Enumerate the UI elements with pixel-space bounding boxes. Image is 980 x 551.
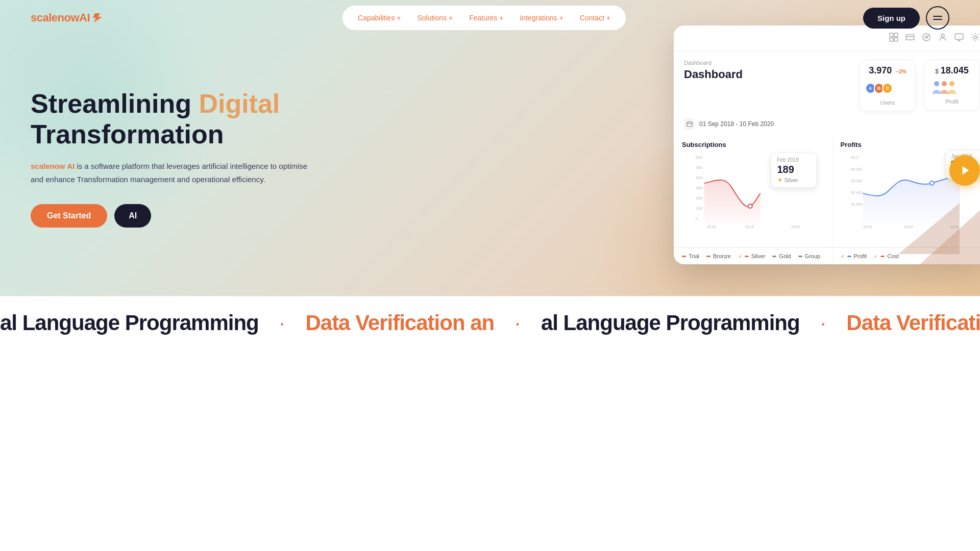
logo-text: scalenowAI xyxy=(31,11,90,24)
nav-right: Sign up xyxy=(863,6,949,30)
legend-group: Group xyxy=(798,253,821,259)
dashboard-breadcrumb: Dashboard xyxy=(684,60,860,66)
dashboard-stats: 3.970 ~2% A B C Users $ xyxy=(860,60,980,111)
profits-title: Profits xyxy=(841,141,981,148)
svg-point-13 xyxy=(934,81,939,86)
profit-stat-card: $ 18.045 xyxy=(924,60,980,110)
svg-rect-2 xyxy=(890,38,893,41)
banner-item-data-2: Data Verification an xyxy=(846,311,980,335)
svg-marker-31 xyxy=(962,166,969,175)
subscriptions-legend: Trial Bronze ✓ Silver Gold xyxy=(674,247,832,264)
hamburger-line xyxy=(933,19,942,20)
svg-text:2018: 2018 xyxy=(707,224,716,229)
hero-description: scalenow AI is a software platform that … xyxy=(31,160,316,186)
dashboard-title: Dashboard xyxy=(684,68,860,81)
triangle-2 xyxy=(898,203,960,254)
banner-dot-3: · xyxy=(820,311,826,335)
nav-solutions[interactable]: Solutions + xyxy=(410,10,460,26)
nav-capabilities[interactable]: Capabilities + xyxy=(351,10,408,26)
banner-dot-1: · xyxy=(279,311,285,335)
svg-point-14 xyxy=(942,81,947,86)
logo-icon xyxy=(91,12,105,23)
hero-section: Streamlining Digital Transformation scal… xyxy=(0,0,980,296)
dashboard-header: Dashboard Dashboard 3.970 ~2% A B xyxy=(674,52,980,115)
banner-inner: al Language Programming · Data Verificat… xyxy=(0,311,980,335)
nav-contact[interactable]: Contact + xyxy=(573,10,618,26)
dashboard-title-area: Dashboard Dashboard xyxy=(684,60,860,81)
subscription-tooltip: Feb 2019 189 ★ Silver xyxy=(771,153,817,188)
svg-text:200: 200 xyxy=(696,196,703,201)
svg-text:400: 400 xyxy=(696,176,703,180)
dashboard-wrapper: Dashboard Dashboard 3.970 ~2% A B xyxy=(674,26,980,264)
menu-button[interactable] xyxy=(926,6,949,30)
nav-features[interactable]: Features + xyxy=(462,10,510,26)
navbar: scalenowAI Capabilities + Solutions + Fe… xyxy=(0,0,980,36)
get-started-button[interactable]: Get Started xyxy=(31,204,107,228)
signup-button[interactable]: Sign up xyxy=(863,8,920,29)
users-stat-badge: ~2% xyxy=(896,69,906,74)
date-range: 01 Sep 2018 - 10 Feb 2020 xyxy=(699,120,774,128)
banner-item-data: Data Verification an xyxy=(305,311,494,335)
nav-integrations[interactable]: Integrations + xyxy=(512,10,570,26)
logo[interactable]: scalenowAI xyxy=(31,11,105,24)
date-row: 01 Sep 2018 - 10 Feb 2020 xyxy=(674,115,980,135)
svg-text:2020: 2020 xyxy=(791,224,800,229)
svg-rect-16 xyxy=(687,122,692,127)
nav-links: Capabilities + Solutions + Features + In… xyxy=(342,6,626,30)
tooltip-date: Feb 2019 xyxy=(777,157,810,163)
hamburger-line xyxy=(933,16,942,17)
profit-stat-value: $ 18.045 xyxy=(932,65,972,76)
subscriptions-panel: Subscriptions 600 500 400 300 200 100 0 … xyxy=(674,135,832,247)
tooltip-tier: ★ Silver xyxy=(777,177,810,183)
svg-rect-3 xyxy=(894,38,898,41)
hero-buttons: Get Started AI xyxy=(31,204,316,228)
users-illustration: A B C xyxy=(867,79,893,97)
hero-content: Streamlining Digital Transformation scal… xyxy=(0,38,347,259)
subscriptions-title: Subscriptions xyxy=(682,141,824,148)
svg-text:2019: 2019 xyxy=(745,224,754,229)
svg-point-30 xyxy=(748,204,752,208)
profit-illustration xyxy=(932,78,957,96)
svg-text:$5.4: $5.4 xyxy=(851,156,858,159)
hero-title: Streamlining Digital Transformation xyxy=(31,89,316,150)
profit-stat-label: Profit xyxy=(932,98,972,105)
user-avatar-3: C xyxy=(882,83,893,94)
legend-gold: Gold xyxy=(772,253,791,259)
banner-item-nlp-2: al Language Programming xyxy=(541,311,800,335)
svg-point-12 xyxy=(974,36,977,39)
calendar-icon xyxy=(684,118,695,130)
users-stat-label: Users xyxy=(867,99,908,106)
svg-text:600: 600 xyxy=(696,155,703,160)
ai-button[interactable]: AI xyxy=(114,204,151,228)
text-banner: al Language Programming · Data Verificat… xyxy=(0,296,980,349)
svg-text:300: 300 xyxy=(696,186,703,190)
legend-bronze: Bronze xyxy=(706,253,731,259)
svg-text:0: 0 xyxy=(696,216,698,221)
tooltip-value: 189 xyxy=(777,164,810,176)
users-stat-value: 3.970 ~2% xyxy=(867,65,908,76)
svg-text:100: 100 xyxy=(696,206,703,211)
play-button[interactable] xyxy=(949,155,980,186)
svg-point-15 xyxy=(949,81,954,86)
banner-dot-2: · xyxy=(514,311,521,335)
legend-silver: ✓ Silver xyxy=(738,253,766,259)
legend-trial: Trial xyxy=(682,253,699,259)
users-stat-card: 3.970 ~2% A B C Users xyxy=(860,60,916,111)
svg-text:500: 500 xyxy=(696,165,703,170)
banner-item-nlp: al Language Programming xyxy=(0,311,259,335)
